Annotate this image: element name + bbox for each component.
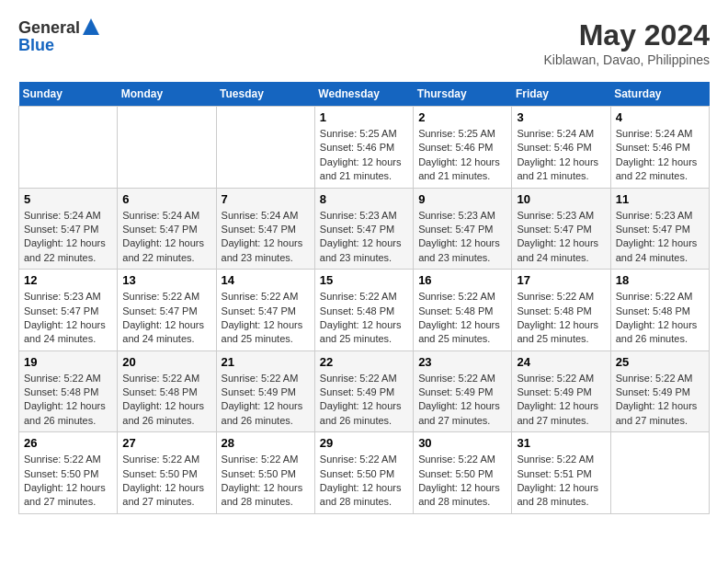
day-info-line: Sunrise: 5:24 AM — [517, 128, 594, 139]
day-info-line: Sunset: 5:47 PM — [222, 305, 296, 316]
day-info-line: Sunrise: 5:22 AM — [24, 373, 101, 384]
calendar-week-row: 19Sunrise: 5:22 AMSunset: 5:48 PMDayligh… — [19, 350, 710, 432]
day-info-line: Sunset: 5:47 PM — [222, 224, 296, 235]
logo-text-blue: Blue — [18, 37, 99, 55]
day-number: 24 — [517, 355, 605, 369]
calendar-cell: 23Sunrise: 5:22 AMSunset: 5:49 PMDayligh… — [414, 350, 512, 432]
day-info-line: and 26 minutes. — [320, 415, 392, 426]
day-info-line: Daylight: 12 hours — [418, 482, 500, 493]
day-info-line: Daylight: 12 hours — [320, 237, 402, 248]
day-info: Sunrise: 5:22 AMSunset: 5:51 PMDaylight:… — [517, 453, 605, 510]
calendar-cell: 27Sunrise: 5:22 AMSunset: 5:50 PMDayligh… — [118, 432, 216, 514]
day-info-line: Sunset: 5:47 PM — [320, 224, 394, 235]
day-info-line: Daylight: 12 hours — [24, 319, 106, 330]
day-info-line: Daylight: 12 hours — [418, 156, 500, 167]
day-info-line: Sunrise: 5:23 AM — [24, 291, 101, 302]
day-info-line: Daylight: 12 hours — [320, 319, 402, 330]
day-info-line: and 28 minutes. — [320, 496, 392, 507]
day-number: 14 — [222, 273, 310, 287]
day-info-line: Sunrise: 5:23 AM — [320, 210, 397, 221]
day-info-line: Sunrise: 5:22 AM — [122, 373, 199, 384]
day-info-line: and 27 minutes. — [517, 415, 588, 426]
day-info-line: Sunrise: 5:22 AM — [122, 291, 199, 302]
day-info-line: and 24 minutes. — [122, 333, 194, 344]
day-number: 5 — [24, 192, 112, 206]
day-info-line: Daylight: 12 hours — [122, 319, 204, 330]
day-info-line: Sunrise: 5:24 AM — [122, 210, 199, 221]
logo: General Blue — [18, 18, 99, 54]
day-info: Sunrise: 5:22 AMSunset: 5:50 PMDaylight:… — [320, 453, 408, 510]
day-number: 7 — [222, 192, 310, 206]
calendar-cell: 25Sunrise: 5:22 AMSunset: 5:49 PMDayligh… — [610, 350, 709, 432]
day-number: 17 — [517, 273, 605, 287]
day-number: 25 — [616, 355, 704, 369]
day-info-line: Daylight: 12 hours — [616, 156, 698, 167]
day-info-line: and 25 minutes. — [418, 333, 490, 344]
day-info-line: and 28 minutes. — [418, 496, 490, 507]
day-info-line: Sunrise: 5:24 AM — [616, 128, 693, 139]
calendar-cell: 4Sunrise: 5:24 AMSunset: 5:46 PMDaylight… — [610, 107, 709, 189]
day-info-line: and 23 minutes. — [418, 252, 490, 263]
day-info-line: Sunrise: 5:22 AM — [320, 291, 397, 302]
day-info-line: Sunset: 5:49 PM — [320, 386, 394, 397]
day-info: Sunrise: 5:22 AMSunset: 5:47 PMDaylight:… — [122, 290, 210, 347]
day-number: 4 — [616, 110, 704, 124]
day-info: Sunrise: 5:23 AMSunset: 5:47 PMDaylight:… — [320, 209, 408, 266]
day-info-line: Sunrise: 5:22 AM — [418, 373, 495, 384]
calendar-cell — [118, 107, 216, 189]
day-info-line: Daylight: 12 hours — [517, 482, 598, 493]
day-info-line: and 23 minutes. — [222, 252, 293, 263]
day-info-line: and 26 minutes. — [122, 415, 194, 426]
day-number: 8 — [320, 192, 408, 206]
calendar-table: SundayMondayTuesdayWednesdayThursdayFrid… — [18, 82, 710, 514]
day-info-line: Daylight: 12 hours — [517, 400, 598, 411]
day-info-line: Sunset: 5:46 PM — [616, 142, 690, 153]
calendar-cell: 31Sunrise: 5:22 AMSunset: 5:51 PMDayligh… — [512, 432, 610, 514]
day-number: 10 — [517, 192, 605, 206]
day-info-line: and 21 minutes. — [320, 170, 392, 181]
logo-text-general: General — [18, 19, 80, 38]
day-info-line: Daylight: 12 hours — [24, 237, 106, 248]
day-info: Sunrise: 5:23 AMSunset: 5:47 PMDaylight:… — [616, 209, 704, 266]
day-info-line: and 24 minutes. — [616, 252, 688, 263]
weekday-header-monday: Monday — [118, 82, 216, 107]
day-info: Sunrise: 5:22 AMSunset: 5:49 PMDaylight:… — [616, 372, 704, 429]
day-number: 20 — [122, 355, 210, 369]
day-info-line: Daylight: 12 hours — [24, 482, 106, 493]
day-info-line: Sunrise: 5:22 AM — [222, 291, 299, 302]
day-info-line: Daylight: 12 hours — [418, 319, 500, 330]
day-info-line: Daylight: 12 hours — [517, 156, 598, 167]
page-header: General Blue May 2024 Kiblawan, Davao, P… — [18, 18, 710, 67]
day-info-line: Sunset: 5:50 PM — [24, 468, 98, 479]
weekday-header-friday: Friday — [512, 82, 610, 107]
day-number: 6 — [122, 192, 210, 206]
day-info-line: Sunset: 5:51 PM — [517, 468, 591, 479]
day-info-line: Sunset: 5:50 PM — [222, 468, 296, 479]
day-info: Sunrise: 5:23 AMSunset: 5:47 PMDaylight:… — [24, 290, 112, 347]
day-info-line: Sunrise: 5:23 AM — [616, 210, 693, 221]
day-info-line: Sunset: 5:50 PM — [418, 468, 493, 479]
day-info: Sunrise: 5:22 AMSunset: 5:48 PMDaylight:… — [616, 290, 704, 347]
day-info-line: Daylight: 12 hours — [222, 237, 303, 248]
day-info-line: Sunset: 5:46 PM — [320, 142, 394, 153]
day-info-line: Sunset: 5:47 PM — [616, 224, 690, 235]
day-info-line: and 26 minutes. — [222, 415, 293, 426]
calendar-cell: 20Sunrise: 5:22 AMSunset: 5:48 PMDayligh… — [118, 350, 216, 432]
calendar-cell: 18Sunrise: 5:22 AMSunset: 5:48 PMDayligh… — [610, 270, 709, 351]
day-info-line: Daylight: 12 hours — [517, 237, 598, 248]
day-info: Sunrise: 5:22 AMSunset: 5:48 PMDaylight:… — [320, 290, 408, 347]
day-info-line: Sunrise: 5:25 AM — [418, 128, 495, 139]
day-info-line: and 21 minutes. — [418, 170, 490, 181]
day-info: Sunrise: 5:24 AMSunset: 5:47 PMDaylight:… — [222, 209, 310, 266]
day-info-line: Sunset: 5:47 PM — [517, 224, 591, 235]
day-info: Sunrise: 5:22 AMSunset: 5:50 PMDaylight:… — [418, 453, 506, 510]
weekday-header-saturday: Saturday — [610, 82, 709, 107]
day-info-line: Sunset: 5:49 PM — [418, 386, 493, 397]
day-info-line: Sunset: 5:47 PM — [24, 224, 98, 235]
day-info-line: Sunrise: 5:25 AM — [320, 128, 397, 139]
day-info: Sunrise: 5:23 AMSunset: 5:47 PMDaylight:… — [517, 209, 605, 266]
day-number: 1 — [320, 110, 408, 124]
day-number: 15 — [320, 273, 408, 287]
day-info-line: Sunrise: 5:22 AM — [517, 454, 594, 465]
calendar-cell: 24Sunrise: 5:22 AMSunset: 5:49 PMDayligh… — [512, 350, 610, 432]
